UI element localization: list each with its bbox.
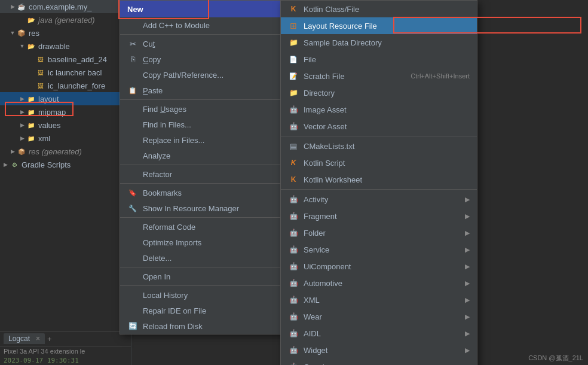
device-label: Pixel 3a API 34 extension le bbox=[4, 348, 85, 355]
submenu-item-kotlin-worksheet[interactable]: K Kotlin Worksheet bbox=[281, 171, 477, 188]
menu-item-label: Show In Resource Manager bbox=[143, 204, 239, 213]
tree-item-ic-launcher-fore[interactable]: 🖼 ic_launcher_fore bbox=[0, 79, 131, 92]
analyze-icon bbox=[127, 150, 138, 161]
scratch-file-icon: 📝 bbox=[288, 71, 299, 81]
tree-item-label: xml bbox=[38, 134, 50, 143]
submenu-item-sample-data[interactable]: 📁 Sample Data Directory bbox=[281, 34, 477, 51]
chevron-icon: ▼ bbox=[10, 30, 16, 36]
tree-item-drawable[interactable]: ▼ 📂 drawable bbox=[0, 39, 131, 53]
wear-arrow: ▶ bbox=[465, 313, 470, 321]
watermark: CSDN @孤酒_21L bbox=[528, 354, 583, 363]
logcat-close-icon[interactable]: × bbox=[36, 334, 40, 343]
android-icon-activity: 🤖 bbox=[288, 194, 299, 205]
submenu-item-service[interactable]: 🤖 Service ▶ bbox=[281, 241, 477, 258]
tree-item-baseline[interactable]: 🖼 baseline_add_24 bbox=[0, 53, 131, 66]
kotlin-worksheet-icon: K bbox=[288, 174, 299, 185]
submenu-item-layout-resource[interactable]: ⊞ Layout Resource File bbox=[281, 17, 477, 34]
tree-item-layout[interactable]: ▶ 📁 layout bbox=[0, 92, 131, 105]
paste-icon: 📋 bbox=[127, 85, 138, 96]
res-folder-icon: 📦 bbox=[17, 28, 26, 38]
submenu-item-label: Sample Data Directory bbox=[304, 38, 382, 47]
tree-item-ic-launcher-back[interactable]: 🖼 ic launcher bacl bbox=[0, 66, 131, 79]
folder-icon: 📂 bbox=[26, 15, 36, 25]
submenu-item-folder[interactable]: 🤖 Folder ▶ bbox=[281, 224, 477, 241]
package-icon: ☕ bbox=[17, 2, 26, 11]
submenu-item-aidl[interactable]: 🤖 AIDL ▶ bbox=[281, 325, 477, 342]
logcat-tab[interactable]: Logcat × bbox=[4, 333, 45, 344]
submenu-item-directory[interactable]: 📁 Directory bbox=[281, 84, 477, 101]
folder-icon: 📁 bbox=[26, 94, 36, 104]
tree-item-label: java (generated) bbox=[38, 16, 95, 25]
submenu-item-scratch-file[interactable]: 📝 Scratch File Ctrl+Alt+Shift+Insert bbox=[281, 68, 477, 84]
tree-item-values[interactable]: ▶ 📁 values bbox=[0, 118, 131, 132]
menu-item-label: Bookmarks bbox=[143, 188, 182, 197]
submenu-item-activity[interactable]: 🤖 Activity ▶ bbox=[281, 191, 477, 208]
submenu-item-image-asset[interactable]: 🤖 Image Asset bbox=[281, 101, 477, 118]
activity-arrow: ▶ bbox=[465, 196, 470, 203]
submenu-item-xml[interactable]: 🤖 XML ▶ bbox=[281, 291, 477, 308]
submenu-item-widget[interactable]: 🤖 Widget ▶ bbox=[281, 342, 477, 358]
submenu-item-google[interactable]: 🤖 Google ▶ bbox=[281, 358, 477, 365]
tree-item-label: ic launcher bacl bbox=[48, 68, 102, 77]
tree-item-label: baseline_add_24 bbox=[48, 55, 107, 64]
logcat-label: Logcat bbox=[8, 334, 30, 343]
submenu-item-kotlin-script[interactable]: K Kotlin Script bbox=[281, 154, 477, 171]
android-icon-fragment: 🤖 bbox=[288, 211, 299, 221]
google-arrow: ▶ bbox=[465, 363, 470, 366]
submenu-item-label: Kotlin Script bbox=[304, 159, 345, 168]
android-icon-widget: 🤖 bbox=[288, 345, 299, 355]
submenu-item-label: Vector Asset bbox=[304, 122, 347, 131]
copy-path-icon bbox=[127, 69, 138, 80]
tree-item-java-generated[interactable]: 📂 java (generated) bbox=[0, 13, 131, 26]
menu-item-label: Open In bbox=[143, 272, 170, 281]
submenu-item-kotlin-class[interactable]: K Kotlin Class/File bbox=[281, 1, 477, 17]
submenu-item-automotive[interactable]: 🤖 Automotive ▶ bbox=[281, 275, 477, 291]
tree-item-label: res (generated) bbox=[29, 147, 82, 156]
android-icon-image: 🤖 bbox=[288, 104, 299, 115]
repair-ide-icon bbox=[127, 305, 138, 316]
spacer bbox=[29, 83, 35, 89]
image-icon: 🖼 bbox=[36, 68, 45, 77]
menu-item-label: Copy Path/Reference... bbox=[143, 71, 223, 80]
chevron-icon: ▶ bbox=[10, 4, 16, 10]
submenu-item-wear[interactable]: 🤖 Wear ▶ bbox=[281, 308, 477, 325]
submenu-item-vector-asset[interactable]: 🤖 Vector Asset bbox=[281, 118, 477, 135]
submenu-item-label: Folder bbox=[304, 229, 326, 238]
menu-item-label: Copy bbox=[143, 55, 161, 64]
chevron-icon: ▶ bbox=[19, 96, 25, 102]
directory-icon: 📁 bbox=[288, 87, 299, 98]
android-icon-service: 🤖 bbox=[288, 244, 299, 255]
tree-item-label: com.example.my_ bbox=[29, 2, 91, 11]
tree-item-label: mipmap bbox=[38, 108, 66, 117]
submenu-item-ui-component[interactable]: 🤖 UiComponent ▶ bbox=[281, 258, 477, 275]
chevron-icon: ▶ bbox=[19, 109, 25, 115]
menu-item-label: Delete... bbox=[143, 254, 172, 263]
xml-arrow: ▶ bbox=[465, 296, 470, 304]
tree-item-xml[interactable]: ▶ 📁 xml bbox=[0, 132, 131, 145]
submenu-item-cmake[interactable]: ▤ CMakeLists.txt bbox=[281, 138, 477, 154]
submenu-item-label: Fragment bbox=[304, 212, 337, 221]
add-tab-button[interactable]: + bbox=[47, 334, 52, 343]
submenu-item-file[interactable]: 📄 File bbox=[281, 51, 477, 68]
open-in-icon bbox=[127, 271, 138, 282]
submenu-item-label: Widget bbox=[304, 346, 327, 355]
tree-item-res[interactable]: ▼ 📦 res bbox=[0, 26, 131, 39]
folder-icon: 📂 bbox=[26, 41, 36, 51]
chevron-icon: ▶ bbox=[2, 162, 8, 168]
tree-item-label: res bbox=[29, 29, 39, 38]
submenu-item-label: Kotlin Worksheet bbox=[304, 175, 362, 184]
tree-item-com-example[interactable]: ▶ ☕ com.example.my_ bbox=[0, 0, 131, 13]
reformat-icon bbox=[127, 221, 138, 232]
menu-item-label: Find in Files... bbox=[143, 120, 191, 129]
add-cpp-icon bbox=[127, 20, 138, 31]
image-icon: 🖼 bbox=[36, 81, 45, 90]
submenu-item-label: Layout Resource File bbox=[304, 22, 377, 31]
submenu-item-fragment[interactable]: 🤖 Fragment ▶ bbox=[281, 208, 477, 224]
tree-item-label: drawable bbox=[38, 42, 70, 51]
tree-item-res-generated[interactable]: ▶ 📦 res (generated) bbox=[0, 145, 131, 158]
chevron-icon: ▶ bbox=[10, 148, 16, 154]
tree-item-mipmap[interactable]: ▶ 📁 mipmap bbox=[0, 105, 131, 118]
tree-item-gradle[interactable]: ▶ ⚙ Gradle Scripts bbox=[0, 158, 131, 171]
android-icon-ui: 🤖 bbox=[288, 261, 299, 272]
cmake-icon: ▤ bbox=[288, 141, 299, 151]
